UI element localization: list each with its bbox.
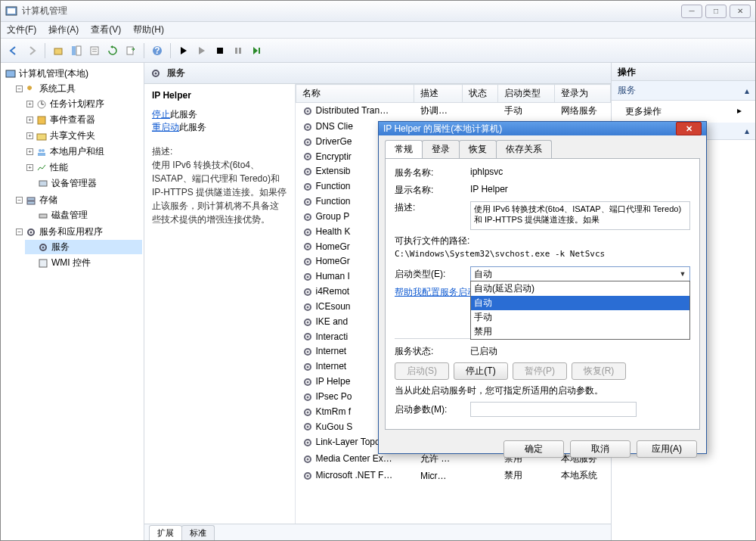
table-row[interactable]: Microsoft .NET F…Micr…禁用本地系统 (296, 468, 611, 484)
actions-section-services[interactable]: 服务▴ (612, 81, 755, 101)
tree-task-scheduler[interactable]: 任务计划程序 (50, 98, 104, 110)
svg-point-54 (306, 261, 308, 263)
menu-view[interactable]: 查看(V) (91, 23, 121, 36)
show-hide-tree-button[interactable] (68, 42, 85, 59)
svg-point-64 (306, 336, 308, 338)
tree-system-tools[interactable]: 系统工具 (39, 82, 76, 95)
option-auto-delayed[interactable]: 自动(延迟启动) (471, 281, 689, 296)
svg-rect-25 (39, 214, 47, 218)
gear-icon (302, 454, 313, 465)
svc-pause-icon[interactable] (230, 42, 246, 59)
option-auto[interactable]: 自动 (471, 296, 689, 310)
tab-general[interactable]: 常规 (385, 140, 423, 158)
gear-icon (302, 377, 313, 387)
minimize-button[interactable]: ─ (681, 5, 702, 18)
dialog-close-button[interactable]: ✕ (676, 122, 702, 135)
svg-rect-24 (27, 201, 35, 204)
tree-disk-mgmt[interactable]: 磁盘管理 (51, 209, 88, 222)
svc-restart-icon[interactable] (248, 42, 265, 59)
tree-wmi[interactable]: WMI 控件 (51, 257, 91, 269)
table-row[interactable]: Distributed Tran…协调…手动网络服务 (296, 103, 611, 120)
menu-action[interactable]: 操作(A) (48, 23, 79, 36)
option-disabled[interactable]: 禁用 (471, 325, 689, 339)
tab-dependencies[interactable]: 依存关系 (496, 140, 552, 158)
tree-device-manager[interactable]: 设备管理器 (51, 177, 97, 190)
tree-storage[interactable]: 存储 (39, 194, 57, 207)
menu-help[interactable]: 帮助(H) (133, 23, 164, 36)
gear-icon (302, 197, 313, 207)
tree-local-users[interactable]: 本地用户和组 (50, 145, 104, 158)
tree-shared-folders[interactable]: 共享文件夹 (50, 129, 95, 142)
actions-more[interactable]: 更多操作▸ (612, 101, 755, 123)
collapse-icon[interactable]: − (16, 197, 23, 204)
dialog-titlebar[interactable]: IP Helper 的属性(本地计算机) ✕ (379, 122, 706, 135)
refresh-button[interactable] (104, 42, 121, 59)
tab-standard[interactable]: 标准 (181, 525, 215, 540)
expand-icon[interactable]: + (26, 148, 33, 155)
gear-icon (302, 471, 313, 481)
svg-point-46 (306, 201, 308, 203)
tab-extended[interactable]: 扩展 (149, 525, 182, 540)
tab-recovery[interactable]: 恢复 (459, 140, 497, 158)
forward-button[interactable] (23, 42, 40, 59)
tree-root[interactable]: 计算机管理(本地) (19, 67, 88, 80)
col-status[interactable]: 状态 (463, 85, 498, 103)
start-params-input[interactable] (470, 402, 637, 417)
expand-icon[interactable]: + (26, 101, 33, 107)
gear-icon (302, 317, 313, 328)
restart-link[interactable]: 重启动 (152, 122, 179, 132)
maximize-button[interactable]: □ (705, 5, 727, 18)
option-manual[interactable]: 手动 (471, 310, 689, 325)
svg-point-38 (306, 141, 308, 143)
service-status-label: 服务状态: (395, 345, 470, 358)
gear-icon (302, 151, 313, 162)
startup-type-combo[interactable]: 自动▼ 自动(延迟启动) 自动 手动 禁用 (470, 266, 690, 281)
wmi-icon (38, 258, 48, 269)
back-button[interactable] (5, 42, 22, 59)
svc-stop-icon[interactable] (212, 42, 228, 59)
tree-event-viewer[interactable]: 事件查看器 (50, 113, 95, 126)
up-button[interactable] (50, 42, 67, 59)
cancel-button[interactable]: 取消 (570, 440, 631, 458)
svg-rect-11 (217, 48, 223, 54)
actions-header: 操作 (612, 63, 755, 81)
svg-point-42 (306, 171, 308, 173)
apply-button[interactable]: 应用(A) (637, 440, 697, 458)
expand-icon[interactable]: + (26, 117, 33, 123)
svg-rect-18 (37, 134, 46, 140)
ok-button[interactable]: 确定 (503, 440, 564, 458)
expand-icon[interactable]: + (26, 132, 33, 139)
menu-file[interactable]: 文件(F) (7, 23, 36, 36)
col-desc[interactable]: 描述 (414, 85, 463, 103)
svg-point-72 (306, 396, 308, 398)
tree-performance[interactable]: 性能 (50, 161, 68, 174)
col-name[interactable]: 名称 (296, 85, 414, 103)
description-box[interactable]: 使用 IPv6 转换技术(6to4、ISATAP、端口代理和 Teredo)和 … (470, 201, 690, 230)
svg-point-58 (306, 291, 308, 293)
svg-point-70 (306, 381, 308, 383)
svg-rect-13 (239, 48, 241, 54)
col-logon[interactable]: 登录为 (555, 85, 611, 103)
svc-play-icon[interactable] (194, 42, 210, 59)
tab-logon[interactable]: 登录 (422, 140, 460, 158)
gear-icon (302, 392, 313, 403)
service-name-value: iphlpsvc (470, 166, 690, 177)
svg-rect-30 (39, 260, 47, 267)
stop-button[interactable]: 停止(T) (454, 362, 508, 380)
col-startup[interactable]: 启动类型 (498, 85, 555, 103)
collapse-icon[interactable]: − (16, 86, 23, 92)
svc-start-icon[interactable] (175, 42, 192, 59)
startup-hint: 当从此处启动服务时，您可指定所适用的启动参数。 (395, 384, 690, 397)
help-button[interactable]: ? (149, 42, 166, 59)
expand-icon[interactable]: + (26, 164, 33, 171)
tree-svc-and-apps[interactable]: 服务和应用程序 (39, 225, 103, 238)
svg-point-20 (42, 149, 45, 152)
properties-icon[interactable] (86, 42, 103, 59)
close-button[interactable]: ✕ (730, 5, 751, 18)
storage-icon (26, 195, 36, 206)
tree-services[interactable]: 服务 (51, 241, 70, 253)
svg-rect-4 (76, 46, 81, 55)
export-button[interactable] (122, 42, 139, 59)
stop-link[interactable]: 停止 (152, 109, 170, 120)
collapse-icon[interactable]: − (16, 229, 23, 235)
